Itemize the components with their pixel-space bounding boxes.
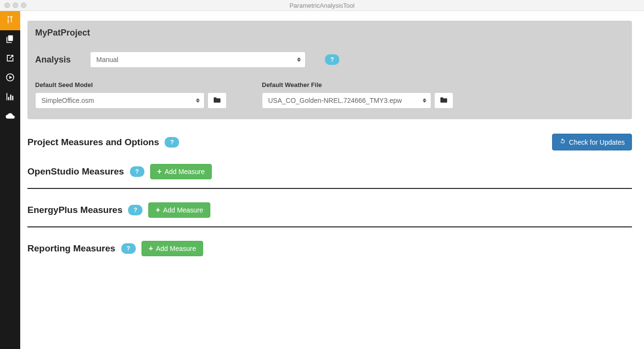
project-measures-title: Project Measures and Options [27, 137, 159, 148]
folder-icon [439, 97, 448, 105]
add-energyplus-measure-button[interactable]: + Add Measure [148, 202, 210, 218]
file-row: Default Seed Model SimpleOffice.osm [35, 81, 622, 109]
analysis-select-wrap: Manual [90, 51, 306, 68]
seed-model-inputs: SimpleOffice.osm [35, 92, 227, 109]
sidebar-item-reports[interactable] [0, 88, 20, 107]
seed-model-select[interactable]: SimpleOffice.osm [35, 92, 205, 109]
export-icon [5, 53, 15, 65]
plus-icon: + [155, 206, 160, 214]
analysis-help-button[interactable]: ? [325, 54, 339, 65]
weather-file-browse-button[interactable] [434, 92, 453, 109]
sliders-icon [5, 15, 15, 26]
check-updates-button[interactable]: Check for Updates [552, 134, 632, 150]
reporting-help-button[interactable]: ? [121, 243, 136, 254]
project-title: MyPatProject [35, 28, 622, 38]
sidebar-item-design-alternatives[interactable] [0, 30, 20, 50]
folder-icon [213, 97, 221, 105]
cloud-icon [5, 111, 15, 123]
sidebar [0, 11, 20, 349]
copy-icon [5, 34, 15, 46]
analysis-select[interactable]: Manual [90, 51, 306, 68]
weather-file-inputs: USA_CO_Golden-NREL.724666_TMY3.epw [262, 92, 453, 109]
add-reporting-measure-button[interactable]: + Add Measure [142, 241, 204, 256]
energyplus-help-button[interactable]: ? [128, 205, 142, 215]
weather-file-label: Default Weather File [262, 81, 453, 88]
app-container: MyPatProject Analysis Manual ? Default S… [0, 11, 644, 349]
analysis-row: Analysis Manual ? [35, 51, 622, 68]
sidebar-item-analysis[interactable] [0, 11, 20, 30]
project-config-panel: MyPatProject Analysis Manual ? Default S… [27, 21, 632, 119]
add-measure-label: Add Measure [163, 206, 203, 214]
project-measures-section: Project Measures and Options ? Check for… [27, 134, 632, 150]
refresh-icon [559, 138, 566, 146]
energyplus-measures-title: EnergyPlus Measures [27, 205, 122, 215]
main-content: MyPatProject Analysis Manual ? Default S… [20, 11, 644, 349]
openstudio-measures-group: OpenStudio Measures ? + Add Measure [27, 164, 632, 189]
seed-model-label: Default Seed Model [35, 81, 227, 88]
sidebar-item-outputs[interactable] [0, 50, 20, 69]
seed-model-column: Default Seed Model SimpleOffice.osm [35, 81, 227, 109]
reporting-measures-group: Reporting Measures ? + Add Measure [27, 241, 632, 265]
add-measure-label: Add Measure [156, 245, 196, 252]
add-measure-label: Add Measure [165, 168, 205, 175]
close-window-button[interactable] [4, 2, 10, 8]
sidebar-item-run[interactable] [0, 69, 20, 88]
chart-icon [5, 92, 15, 103]
plus-icon: + [149, 245, 153, 252]
window-title: ParametricAnalysisTool [0, 2, 644, 9]
play-circle-icon [5, 73, 15, 84]
seed-model-browse-button[interactable] [207, 92, 227, 109]
window-controls [4, 2, 26, 8]
window-titlebar: ParametricAnalysisTool [0, 0, 644, 11]
weather-file-select[interactable]: USA_CO_Golden-NREL.724666_TMY3.epw [262, 92, 431, 109]
project-measures-help-button[interactable]: ? [165, 137, 179, 148]
zoom-window-button[interactable] [21, 2, 26, 8]
minimize-window-button[interactable] [13, 2, 18, 8]
weather-file-column: Default Weather File USA_CO_Golden-NREL.… [262, 81, 453, 109]
analysis-label: Analysis [35, 55, 71, 65]
openstudio-measures-title: OpenStudio Measures [27, 166, 124, 177]
energyplus-measures-group: EnergyPlus Measures ? + Add Measure [27, 202, 632, 227]
openstudio-help-button[interactable]: ? [130, 166, 144, 177]
check-updates-label: Check for Updates [569, 138, 625, 146]
plus-icon: + [157, 168, 162, 175]
reporting-measures-title: Reporting Measures [27, 243, 116, 254]
add-openstudio-measure-button[interactable]: + Add Measure [150, 164, 212, 179]
sidebar-item-server[interactable] [0, 107, 20, 126]
